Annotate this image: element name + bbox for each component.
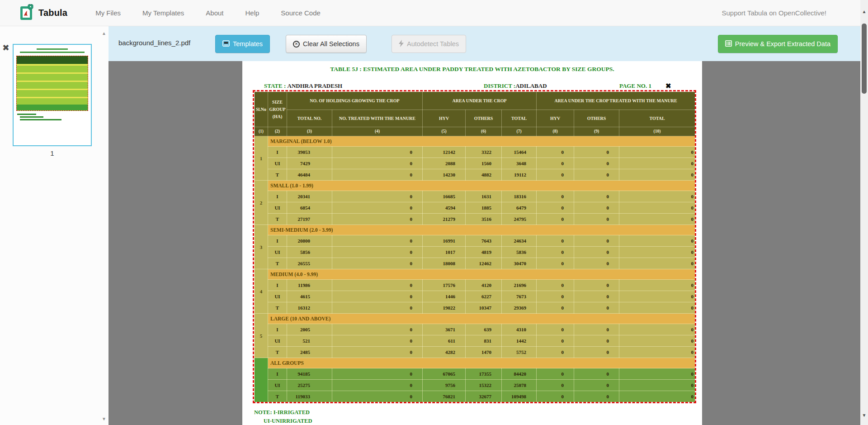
page-thumbnail-sidebar: ✖ 1 ▲ ▼: [0, 26, 108, 425]
pdf-page[interactable]: TABLE 5J : ESTIMATED AREA UNDER PADDY TR…: [242, 61, 702, 425]
navbar: Tabula My Files My Templates About Help …: [0, 0, 868, 26]
pdf-table-title: TABLE 5J : ESTIMATED AREA UNDER PADDY TR…: [242, 66, 702, 73]
district-field: DISTRICT :ADILABAD: [484, 82, 547, 90]
page-number-label: 1: [13, 149, 92, 157]
thumbnail-title-line: [37, 48, 67, 50]
thumbnail-table-selection: [16, 56, 88, 111]
table-list-icon: [725, 40, 732, 48]
brand-logo-link[interactable]: Tabula: [20, 4, 67, 22]
selection-close-icon[interactable]: ✖: [665, 82, 671, 90]
nav-links: My Files My Templates About Help Source …: [85, 5, 331, 21]
state-field: STATE : ANDHRA PRADESH: [264, 82, 342, 90]
thumbnail-table-header: [17, 56, 88, 64]
vertical-scrollbar[interactable]: ▲ ▼: [860, 0, 868, 425]
current-filename: background_lines_2.pdf: [118, 39, 190, 47]
toolbar: background_lines_2.pdf Templates ✕ Clear…: [108, 26, 868, 61]
sidebar-scroll-up-icon[interactable]: ▲: [100, 31, 108, 36]
tabula-logo-icon: [20, 4, 34, 22]
nav-item-my-files[interactable]: My Files: [85, 5, 132, 21]
thumbnail-table-footer: [17, 105, 88, 110]
table-selection-box[interactable]: [253, 90, 696, 403]
tabula-app: Tabula My Files My Templates About Help …: [0, 0, 868, 425]
templates-button-label: Templates: [233, 40, 263, 48]
page-no-field: PAGE NO. 1: [619, 82, 651, 90]
remove-page-icon[interactable]: ✖: [2, 43, 9, 52]
nav-item-source-code[interactable]: Source Code: [270, 5, 331, 21]
thumbnail-subtitle-line: [20, 52, 85, 53]
preview-export-button[interactable]: Preview & Export Extracted Data: [718, 35, 838, 53]
clear-selections-icon: ✕: [293, 41, 300, 48]
scroll-down-icon[interactable]: ▼: [860, 413, 868, 418]
scroll-up-icon[interactable]: ▲: [860, 9, 868, 14]
note-line-1: NOTE: I-IRRIGATED: [254, 409, 310, 416]
thumbnail-note-line: [20, 116, 43, 118]
nav-item-about[interactable]: About: [195, 5, 234, 21]
support-opencollective-link[interactable]: Support Tabula on OpenCollective!: [722, 9, 826, 17]
templates-button[interactable]: Templates: [215, 35, 270, 53]
nav-item-help[interactable]: Help: [234, 5, 270, 21]
export-button-label: Preview & Export Extracted Data: [735, 40, 830, 48]
nav-item-my-templates[interactable]: My Templates: [132, 5, 195, 21]
sidebar-scroll-down-icon[interactable]: ▼: [100, 416, 108, 421]
lightning-icon: [399, 40, 404, 48]
brand-title: Tabula: [38, 8, 67, 18]
clear-button-label: Clear All Selections: [303, 40, 359, 48]
autodetect-button-label: Autodetect Tables: [407, 40, 459, 48]
pdf-viewer-pane: TABLE 5J : ESTIMATED AREA UNDER PADDY TR…: [108, 61, 860, 425]
thumbnail-note-line: [17, 114, 36, 115]
templates-icon: [222, 40, 230, 48]
thumbnail-note-line: [20, 119, 61, 120]
scrollbar-thumb[interactable]: [862, 24, 867, 94]
page-1-thumbnail[interactable]: [13, 44, 92, 146]
clear-all-selections-button[interactable]: ✕ Clear All Selections: [286, 35, 367, 53]
note-line-2: UI-UNIRRIGATED: [264, 418, 312, 425]
autodetect-tables-button[interactable]: Autodetect Tables: [392, 35, 466, 53]
